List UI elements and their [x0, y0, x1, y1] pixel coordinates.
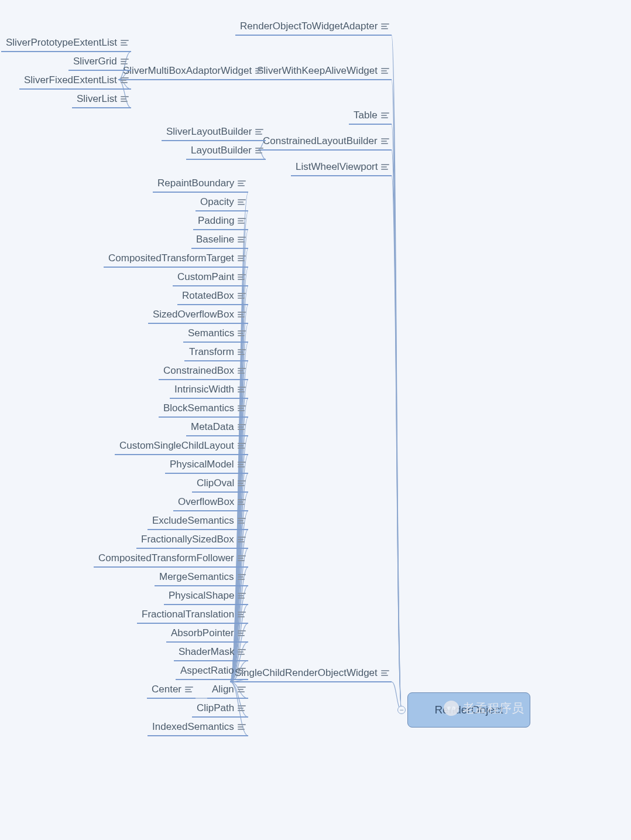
node-Align-label: Align — [212, 684, 234, 695]
node-Table[interactable]: Table — [354, 110, 389, 121]
node-Baseline-label: Baseline — [196, 234, 234, 245]
note-icon — [238, 330, 246, 336]
node-SliverWithKeepAliveWidget-label: SliverWithKeepAliveWidget — [257, 65, 378, 77]
node-SliverPrototypeExtentList-label: SliverPrototypeExtentList — [6, 37, 117, 49]
node-Semantics[interactable]: Semantics — [188, 327, 246, 339]
node-Table-label: Table — [354, 110, 378, 121]
node-IntrinsicWidth[interactable]: IntrinsicWidth — [174, 384, 246, 395]
node-RepaintBoundary[interactable]: RepaintBoundary — [157, 177, 246, 189]
node-SliverList[interactable]: SliverList — [77, 93, 129, 105]
watermark: 老孟程序员 — [444, 700, 524, 716]
note-icon — [381, 164, 389, 170]
node-ListWheelViewport[interactable]: ListWheelViewport — [296, 161, 389, 173]
node-ConstrainedBox-label: ConstrainedBox — [163, 365, 234, 377]
node-ClipPath-label: ClipPath — [197, 702, 234, 714]
node-IndexedSemantics-label: IndexedSemantics — [152, 721, 234, 733]
node-AspectRatio[interactable]: AspectRatio — [180, 665, 246, 677]
node-MergeSemantics-label: MergeSemantics — [159, 571, 234, 583]
node-RenderObjectToWidgetAdapter[interactable]: RenderObjectToWidgetAdapter — [240, 21, 389, 32]
node-SliverLayoutBuilder-label: SliverLayoutBuilder — [166, 126, 252, 138]
node-SliverFixedExtentList[interactable]: SliverFixedExtentList — [24, 74, 129, 86]
note-icon — [121, 40, 129, 46]
node-Baseline[interactable]: Baseline — [196, 234, 246, 245]
note-icon — [238, 199, 246, 205]
node-ClipOval-label: ClipOval — [197, 477, 234, 489]
node-SliverMultiBoxAdaptorWidget[interactable]: SliverMultiBoxAdaptorWidget — [123, 65, 263, 77]
note-icon — [121, 59, 129, 64]
node-Center[interactable]: Center — [152, 684, 193, 695]
node-ListWheelViewport-label: ListWheelViewport — [296, 161, 378, 173]
node-Align[interactable]: Align — [212, 684, 246, 695]
node-ConstrainedLayoutBuilder[interactable]: ConstrainedLayoutBuilder — [263, 135, 389, 147]
node-ExcludeSemantics[interactable]: ExcludeSemantics — [152, 515, 246, 527]
node-Center-label: Center — [152, 684, 181, 695]
node-SliverMultiBoxAdaptorWidget-label: SliverMultiBoxAdaptorWidget — [123, 65, 252, 77]
node-Transform-label: Transform — [189, 346, 234, 358]
note-icon — [238, 480, 246, 486]
node-Padding-label: Padding — [198, 215, 234, 227]
node-FractionalTranslation[interactable]: FractionalTranslation — [142, 609, 246, 620]
node-MetaData[interactable]: MetaData — [191, 421, 246, 433]
node-BlockSemantics[interactable]: BlockSemantics — [163, 402, 246, 414]
note-icon — [381, 23, 389, 29]
node-CompositedTransformFollower-label: CompositedTransformFollower — [98, 552, 234, 564]
node-PhysicalModel[interactable]: PhysicalModel — [170, 459, 246, 470]
node-CustomPaint-label: CustomPaint — [177, 271, 234, 283]
node-FractionallySizedBox-label: FractionallySizedBox — [141, 534, 234, 545]
note-icon — [185, 687, 193, 692]
node-SliverGrid[interactable]: SliverGrid — [73, 56, 129, 67]
node-ShaderMask-label: ShaderMask — [179, 646, 234, 658]
node-SliverList-label: SliverList — [77, 93, 117, 105]
node-SizedOverflowBox[interactable]: SizedOverflowBox — [153, 309, 246, 320]
node-IndexedSemantics[interactable]: IndexedSemantics — [152, 721, 246, 733]
node-ShaderMask[interactable]: ShaderMask — [179, 646, 246, 658]
node-LayoutBuilder[interactable]: LayoutBuilder — [191, 145, 263, 156]
note-icon — [238, 443, 246, 449]
node-ClipPath[interactable]: ClipPath — [197, 702, 246, 714]
node-SliverLayoutBuilder[interactable]: SliverLayoutBuilder — [166, 126, 263, 138]
note-icon — [238, 649, 246, 655]
note-icon — [238, 687, 246, 692]
note-icon — [238, 499, 246, 505]
node-SingleChildRenderObjectWidget[interactable]: SingleChildRenderObjectWidget — [235, 667, 389, 679]
node-PhysicalShape[interactable]: PhysicalShape — [169, 590, 246, 602]
note-icon — [238, 312, 246, 317]
node-Transform[interactable]: Transform — [189, 346, 246, 358]
collapse-handle[interactable]: − — [397, 706, 406, 714]
note-icon — [238, 668, 246, 674]
watermark-logo-icon — [444, 701, 459, 716]
node-CompositedTransformFollower[interactable]: CompositedTransformFollower — [98, 552, 246, 564]
node-CustomSingleChildLayout-label: CustomSingleChildLayout — [119, 440, 234, 452]
node-Padding[interactable]: Padding — [198, 215, 246, 227]
note-icon — [255, 129, 263, 135]
node-CustomPaint[interactable]: CustomPaint — [177, 271, 246, 283]
note-icon — [238, 555, 246, 561]
node-OverflowBox[interactable]: OverflowBox — [178, 496, 246, 508]
note-icon — [238, 574, 246, 580]
node-FractionallySizedBox[interactable]: FractionallySizedBox — [141, 534, 246, 545]
note-icon — [238, 537, 246, 542]
note-icon — [255, 148, 263, 153]
node-Opacity[interactable]: Opacity — [200, 196, 246, 208]
node-CompositedTransformTarget-label: CompositedTransformTarget — [108, 252, 234, 264]
note-icon — [238, 180, 246, 186]
node-AbsorbPointer[interactable]: AbsorbPointer — [171, 627, 246, 639]
node-SliverPrototypeExtentList[interactable]: SliverPrototypeExtentList — [6, 37, 129, 49]
node-ConstrainedLayoutBuilder-label: ConstrainedLayoutBuilder — [263, 135, 378, 147]
node-IntrinsicWidth-label: IntrinsicWidth — [174, 384, 234, 395]
note-icon — [238, 518, 246, 524]
note-icon — [121, 96, 129, 102]
node-ConstrainedBox[interactable]: ConstrainedBox — [163, 365, 246, 377]
node-SliverGrid-label: SliverGrid — [73, 56, 117, 67]
node-MergeSemantics[interactable]: MergeSemantics — [159, 571, 246, 583]
note-icon — [238, 724, 246, 730]
node-CompositedTransformTarget[interactable]: CompositedTransformTarget — [108, 252, 246, 264]
node-ClipOval[interactable]: ClipOval — [197, 477, 246, 489]
note-icon — [381, 138, 389, 144]
node-CustomSingleChildLayout[interactable]: CustomSingleChildLayout — [119, 440, 246, 452]
node-SliverWithKeepAliveWidget[interactable]: SliverWithKeepAliveWidget — [257, 65, 389, 77]
node-Semantics-label: Semantics — [188, 327, 234, 339]
node-RotatedBox[interactable]: RotatedBox — [182, 290, 246, 302]
node-PhysicalShape-label: PhysicalShape — [169, 590, 234, 602]
note-icon — [238, 237, 246, 243]
